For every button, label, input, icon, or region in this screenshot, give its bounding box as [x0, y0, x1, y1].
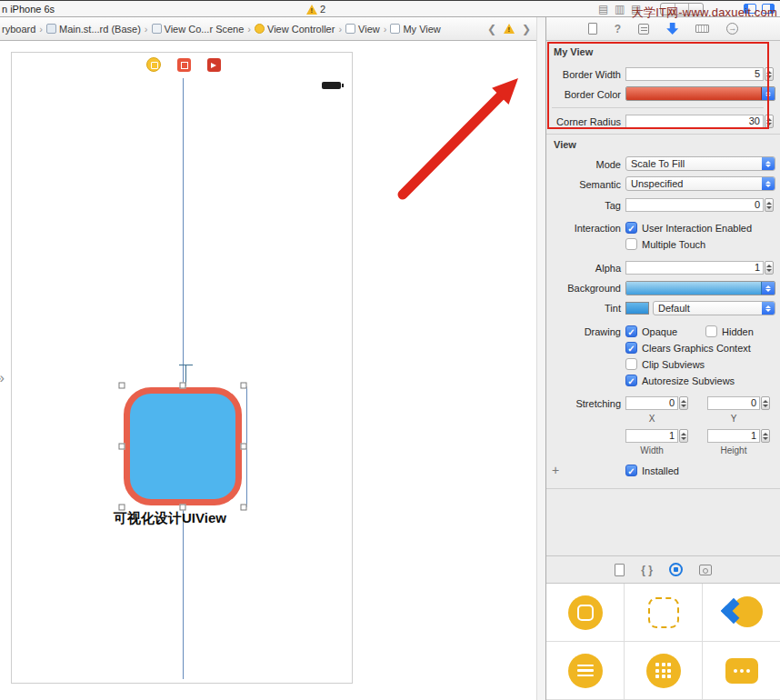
library-item-storyboard-reference[interactable]: [625, 584, 703, 642]
code-snippet-library-icon[interactable]: { }: [641, 564, 653, 576]
warning-icon[interactable]: [504, 24, 515, 34]
stretching-y-stepper[interactable]: [761, 396, 770, 410]
multiple-touch-checkbox[interactable]: [625, 238, 637, 250]
user-interaction-checkbox[interactable]: [625, 222, 637, 234]
tag-field[interactable]: 0: [625, 198, 764, 212]
stretching-width-stepper[interactable]: [679, 429, 688, 443]
run-destination-label[interactable]: n iPhone 6s: [2, 4, 55, 15]
identity-inspector-icon[interactable]: [638, 24, 649, 35]
corner-radius-field[interactable]: 30: [625, 115, 764, 128]
editor-columns-icon[interactable]: ▥: [615, 3, 625, 15]
resize-handle-bottom-left[interactable]: [119, 505, 125, 511]
breadcrumb-storyboard[interactable]: ryboard: [2, 24, 35, 35]
file-template-library-icon[interactable]: [615, 564, 625, 576]
view-controller-icon: [255, 24, 265, 34]
installed-checkbox[interactable]: [625, 465, 637, 476]
forward-arrow-icon[interactable]: ❯: [522, 23, 531, 35]
first-responder-icon[interactable]: [177, 58, 191, 72]
view-controller-icon[interactable]: [146, 57, 161, 72]
corner-radius-label: Corner Radius: [546, 116, 621, 127]
resize-handle-right[interactable]: [241, 444, 247, 450]
alpha-stepper[interactable]: [765, 261, 774, 275]
quick-help-icon[interactable]: ?: [615, 23, 621, 35]
scene-dock: [146, 57, 221, 72]
add-variation-button[interactable]: +: [552, 463, 559, 477]
object-library-icon[interactable]: [669, 563, 683, 576]
breadcrumb-view-controller[interactable]: View Controller: [255, 24, 335, 35]
hidden-checkbox-label: Hidden: [722, 326, 754, 337]
breadcrumb-my-view[interactable]: My View: [390, 24, 440, 35]
issue-badge[interactable]: 2: [306, 3, 325, 15]
stretching-height-stepper[interactable]: [761, 429, 770, 443]
resize-handle-bottom-right[interactable]: [241, 505, 247, 511]
tag-stepper[interactable]: [765, 198, 774, 212]
alpha-label: Alpha: [546, 263, 621, 274]
chevron-separator-icon: ›: [247, 24, 251, 35]
stretching-height-field[interactable]: 1: [707, 429, 760, 443]
semantic-popup[interactable]: Unspecified: [625, 176, 775, 191]
clears-graphics-checkbox[interactable]: [625, 342, 637, 354]
divider: [552, 107, 764, 108]
exit-icon[interactable]: [207, 58, 221, 72]
tint-color-swatch[interactable]: [625, 302, 649, 315]
background-color-well[interactable]: [625, 281, 775, 295]
section-divider: [546, 488, 780, 489]
media-library-icon[interactable]: [699, 565, 712, 575]
resize-handle-top[interactable]: [180, 383, 186, 389]
hidden-checkbox[interactable]: [705, 325, 717, 337]
size-inspector-icon[interactable]: [695, 25, 709, 33]
breadcrumb-main-storyboard[interactable]: Main.st...rd (Base): [46, 24, 141, 35]
opaque-checkbox[interactable]: [625, 325, 637, 337]
border-color-swatch: [626, 87, 762, 100]
library-item-page-control[interactable]: [703, 642, 780, 700]
mode-label: Mode: [546, 159, 621, 170]
warning-icon: [306, 5, 317, 15]
storyboard-scene[interactable]: 可视化设计UIView: [11, 52, 353, 684]
my-view-rounded-rect[interactable]: [124, 387, 242, 505]
connections-inspector-icon[interactable]: →: [726, 23, 738, 35]
stretching-y-field[interactable]: 0: [707, 396, 760, 410]
resize-handle-top-right[interactable]: [241, 383, 247, 389]
library-item-collection-view-controller[interactable]: [625, 642, 703, 700]
library-item-navigation-back[interactable]: [703, 584, 780, 642]
border-color-well[interactable]: [625, 86, 775, 101]
alpha-field[interactable]: 1: [625, 261, 764, 275]
pane-splitter[interactable]: [536, 17, 545, 700]
tint-popup[interactable]: Default: [653, 301, 775, 315]
dropdown-cap-icon[interactable]: [762, 282, 775, 295]
distance-indicator-cap: [179, 365, 193, 365]
collapsed-navigator-icon[interactable]: [0, 370, 5, 386]
autoresize-subviews-checkbox-label: Autoresize Subviews: [642, 375, 735, 386]
clip-subviews-checkbox[interactable]: [625, 358, 637, 370]
library-item-table-view-controller[interactable]: [546, 642, 625, 700]
jump-bar: ryboard › Main.st...rd (Base) › View Co.…: [0, 17, 536, 41]
border-width-stepper[interactable]: [765, 67, 774, 81]
popup-arrows-icon: [762, 177, 775, 190]
interaction-label: Interaction: [546, 223, 621, 234]
autoresize-subviews-checkbox[interactable]: [625, 375, 637, 386]
editor-list-icon[interactable]: ▤: [598, 3, 608, 15]
stretching-x-stepper[interactable]: [679, 396, 688, 410]
border-width-field[interactable]: 5: [625, 67, 764, 81]
corner-radius-stepper[interactable]: [765, 115, 774, 128]
interface-builder-canvas[interactable]: 可视化设计UIView: [0, 41, 536, 700]
library-item-view-controller[interactable]: [546, 584, 625, 642]
storyboard-reference-icon: [648, 597, 679, 628]
back-arrow-icon[interactable]: ❮: [487, 23, 496, 35]
stretching-width-field[interactable]: 1: [625, 429, 678, 443]
mode-popup[interactable]: Scale To Fill: [625, 156, 775, 171]
border-color-label: Border Color: [546, 89, 621, 100]
breadcrumb-scene[interactable]: View Co...r Scene: [152, 24, 245, 35]
resize-handle-top-left[interactable]: [119, 383, 125, 389]
dropdown-cap-icon[interactable]: [762, 87, 775, 100]
breadcrumb-view[interactable]: View: [345, 24, 380, 35]
stretching-y-axis-label: Y: [707, 414, 760, 424]
stretching-x-field[interactable]: 0: [625, 396, 678, 410]
attributes-inspector-icon[interactable]: [666, 23, 678, 35]
popup-arrows-icon: [762, 157, 775, 170]
file-inspector-icon[interactable]: [588, 23, 597, 35]
navigation-back-icon: [721, 595, 763, 631]
resize-handle-left[interactable]: [119, 444, 125, 450]
xcode-window: n iPhone 6s 2 ▤ ▥ ▤ 大学IT网-www.daxueit.co…: [0, 0, 780, 700]
resize-handle-bottom[interactable]: [180, 505, 186, 511]
